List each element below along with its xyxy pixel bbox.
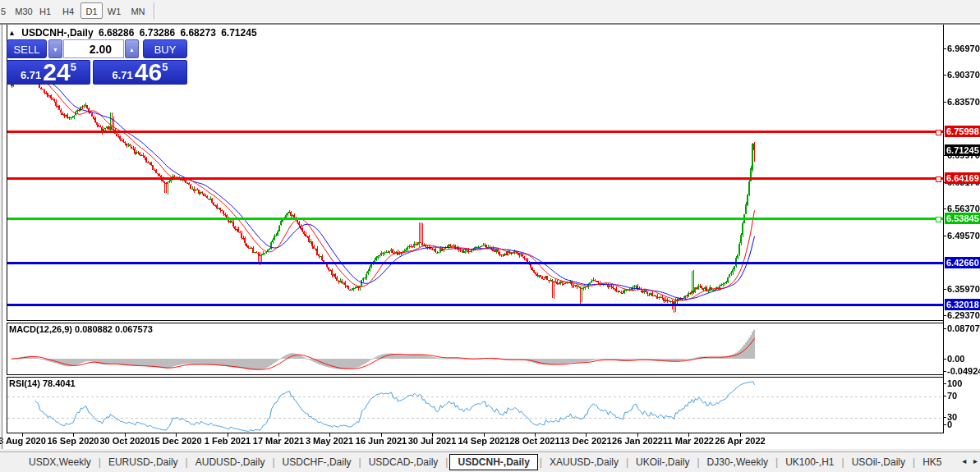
tab-eurusd-daily[interactable]: EURUSD-,Daily <box>101 456 186 468</box>
buy-button[interactable]: BUY <box>143 39 187 58</box>
tab-usdchf-daily[interactable]: USDCHF-,Daily <box>275 456 359 468</box>
macd-axis-label: 0.00 <box>947 354 964 364</box>
lot-size-input[interactable] <box>63 39 124 58</box>
date-label: 17 Mar 2021 <box>250 436 307 446</box>
chart-tab-bar: USDX,Weekly|EURUSD-,Daily|AUDUSD-,Daily|… <box>0 451 980 472</box>
date-label: 13 Dec 2021 <box>557 436 614 446</box>
date-label: 28 Oct 2021 <box>506 436 564 446</box>
sell-button[interactable]: SELL <box>7 39 47 58</box>
macd-axis-label: -0.049247 <box>947 366 980 377</box>
date-label: 15 Dec 2020 <box>147 436 205 446</box>
date-label: 30 Jul 2021 <box>403 436 461 446</box>
timeframe-button-h1[interactable]: H1 <box>36 2 54 19</box>
ohlc-close: 6.71245 <box>221 27 256 39</box>
horizontal-line-6.42660[interactable] <box>7 262 943 264</box>
line-price-label: 6.32018 <box>945 299 980 310</box>
sell-price-prefix: 6.71 <box>21 69 41 84</box>
tab-usdx-weekly[interactable]: USDX,Weekly <box>21 456 99 468</box>
buy-price-prefix: 6.71 <box>113 69 133 84</box>
pane-border-left <box>7 25 7 433</box>
buy-price-sup: 5 <box>162 61 168 73</box>
rsi-axis-label: 0 <box>947 419 952 430</box>
timeframe-toolbar: 5M30H1H4D1W1MN <box>0 0 980 22</box>
timeframe-button-w1[interactable]: W1 <box>104 2 124 19</box>
price-tick-label: 6.29370 <box>947 310 980 321</box>
sell-price-sup: 5 <box>71 61 76 73</box>
line-handle[interactable] <box>936 176 941 182</box>
lot-increase-button[interactable]: ▲ <box>125 39 139 58</box>
line-price-label: 6.42660 <box>945 257 980 268</box>
macd-label: MACD(12,26,9) 0.080882 0.067573 <box>9 324 153 334</box>
ohlc-high: 6.73286 <box>140 27 175 39</box>
timeframe-button-mn[interactable]: MN <box>127 2 149 19</box>
price-tick-label: 6.35970 <box>947 284 980 295</box>
current-price-label: 6.71245 <box>945 144 980 156</box>
date-label: 3 Aug 2020 <box>0 436 51 446</box>
lot-decrease-button[interactable]: ▼ <box>48 39 62 58</box>
horizontal-line-6.53845[interactable] <box>7 218 943 220</box>
tab-scroll-arrows: ◂ ▸ <box>957 456 978 465</box>
timeframe-button-d1[interactable]: D1 <box>81 2 103 19</box>
tab-usoil-daily[interactable]: USOil-,Daily <box>844 456 913 468</box>
window-frame-top <box>0 23 980 25</box>
chart-symbol: USDCNH-,Daily <box>21 27 93 39</box>
tab-audusd-daily[interactable]: AUDUSD-,Daily <box>188 456 273 468</box>
tab-ukoil-daily[interactable]: UKOil-,Daily <box>628 456 697 468</box>
date-label: 26 Apr 2022 <box>711 436 769 446</box>
buy-price-display[interactable]: 6.71 46 5 <box>93 60 187 85</box>
tab-separator: | <box>445 456 448 468</box>
horizontal-line-6.75998[interactable] <box>7 131 943 133</box>
line-price-label: 6.64169 <box>945 172 980 184</box>
window-frame-left <box>2 25 2 449</box>
rsi-label: RSI(14) 78.4041 <box>9 378 76 388</box>
sell-price-display[interactable]: 6.71 24 5 <box>7 60 90 85</box>
tab-uk100-h1[interactable]: UK100-,H1 <box>778 456 841 468</box>
date-label: 16 Sep 2020 <box>44 436 102 446</box>
timeframe-button-m30[interactable]: M30 <box>12 2 36 19</box>
tab-hk5[interactable]: HK5 <box>915 456 949 468</box>
date-label: 11 Mar 2022 <box>660 436 717 446</box>
date-label: 26 Jan 2022 <box>609 436 666 446</box>
tab-dj30-weekly[interactable]: DJ30-,Weekly <box>700 456 775 468</box>
horizontal-line-6.32018[interactable] <box>7 304 943 306</box>
price-tick-label: 6.83570 <box>947 97 980 108</box>
timeframe-button-h4[interactable]: H4 <box>59 2 77 19</box>
chart-title: ▲ USDCNH-,Daily 6.68286 6.73286 6.68273 … <box>8 27 260 39</box>
rsi-axis-label: 70 <box>947 391 957 401</box>
date-label: 30 Oct 2020 <box>96 436 154 446</box>
toolbar-separator <box>154 2 154 19</box>
date-label: 1 Feb 2021 <box>199 436 256 446</box>
sell-price-big: 24 <box>43 61 70 84</box>
price-tick-label: 6.90370 <box>947 70 980 80</box>
line-handle[interactable] <box>936 217 941 222</box>
price-tick-label: 6.96970 <box>947 44 980 54</box>
ohlc-low: 6.68273 <box>180 27 215 39</box>
horizontal-line-6.64169[interactable] <box>7 177 943 180</box>
timeframe-button-5[interactable]: 5 <box>0 2 8 19</box>
line-handle[interactable] <box>936 130 941 135</box>
ohlc-open: 6.68286 <box>99 27 134 39</box>
tab-scroll-left-icon[interactable]: ◂ <box>962 456 966 465</box>
date-label: 3 May 2021 <box>301 436 358 446</box>
tab-usdcad-daily[interactable]: USDCAD-,Daily <box>361 456 446 468</box>
macd-pane-splitter[interactable] <box>7 320 943 323</box>
buy-price-big: 46 <box>135 61 162 84</box>
metatrader-workspace: { "toolbar": { "timeframes": [ {"label":… <box>0 0 980 472</box>
macd-axis-label: 0.087078 <box>947 323 980 334</box>
rsi-pane-splitter[interactable] <box>7 374 943 378</box>
time-axis-line <box>7 433 944 433</box>
rsi-axis-label: 100 <box>947 378 962 389</box>
date-label: 14 Sep 2021 <box>455 436 513 446</box>
tab-usdcnh-daily[interactable]: USDCNH-,Daily <box>449 454 537 470</box>
price-axis-separator <box>943 25 944 433</box>
line-price-label: 6.75998 <box>945 126 980 137</box>
tab-xauusd-daily[interactable]: XAUUSD-,Daily <box>542 456 626 468</box>
tab-scroll-right-icon[interactable]: ▸ <box>973 456 978 465</box>
line-price-label: 6.53845 <box>945 213 980 224</box>
chart-marker-icon: ▲ <box>8 29 16 37</box>
price-tick-label: 6.49570 <box>947 231 980 241</box>
date-label: 16 Jun 2021 <box>352 436 410 446</box>
